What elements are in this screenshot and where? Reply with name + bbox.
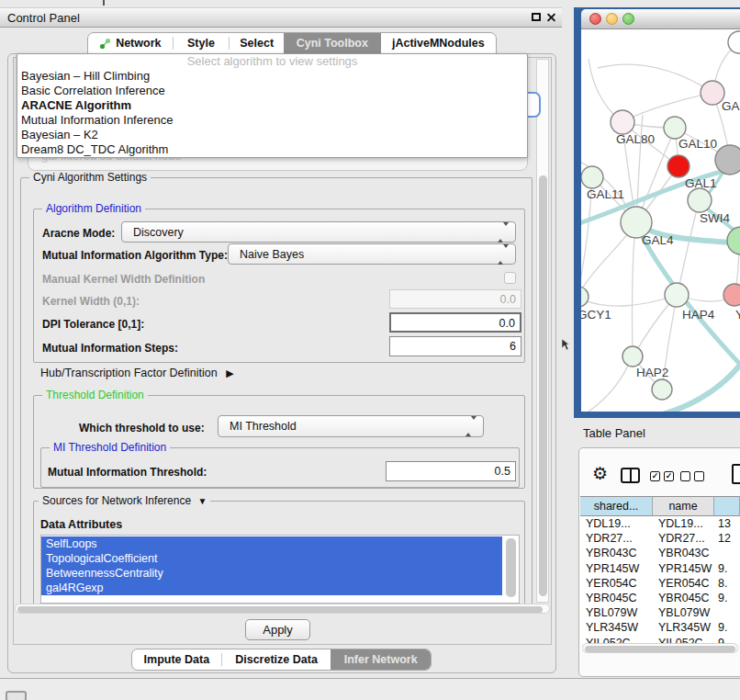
tab-select[interactable]: Select (230, 33, 284, 53)
hub-expander[interactable]: Hub/Transcription Factor Definition ▶ (40, 367, 234, 379)
node-gray[interactable] (715, 145, 740, 175)
network-canvas[interactable]: GAL GAL80 GAL10 GAL1 GAL11 SWI4 GAL4 GCY… (581, 29, 740, 412)
table-header-shared[interactable]: shared... (580, 496, 653, 516)
node-label-hap4: HAP4 (682, 308, 714, 322)
table-header-cell-3[interactable] (714, 496, 740, 516)
deselect-all-icon[interactable] (680, 471, 704, 481)
attributes-list-scrollbar[interactable] (506, 538, 516, 597)
cell-value (714, 546, 740, 560)
tab-discretize-data[interactable]: Discretize Data (222, 649, 331, 670)
document-icon[interactable] (732, 464, 740, 484)
gear-icon[interactable]: ⚙ (592, 465, 608, 482)
which-threshold-combo[interactable]: MI Threshold (218, 415, 484, 437)
hub-expander-label: Hub/Transcription Factor Definition (40, 367, 218, 379)
tab-style[interactable]: Style (174, 33, 230, 53)
attribute-item-selfloops[interactable]: SelfLoops (41, 536, 502, 551)
cell-name: YBR045C (653, 591, 714, 605)
mi-threshold-label: Mutual Information Threshold: (48, 466, 207, 479)
cell-shared: YBL079W (580, 605, 653, 620)
cell-value: 9 (714, 636, 740, 644)
tab-cyni-toolbox[interactable]: Cyni Toolbox (284, 33, 381, 53)
node-unlabeled-top[interactable] (728, 31, 740, 53)
network-view-titlebar[interactable] (581, 9, 740, 29)
settings-horizontal-scrollbar-thumb[interactable] (17, 606, 543, 613)
cell-value: 12 (714, 531, 740, 546)
algorithm-option-mutual-information[interactable]: Mutual Information Inference (17, 113, 527, 128)
settings-vertical-scrollbar[interactable] (536, 59, 549, 603)
settings-horizontal-scrollbar[interactable] (15, 604, 550, 614)
table-row[interactable]: YDL19...YDL19...13 (580, 516, 740, 531)
kernel-width-field[interactable]: 0.0 (389, 289, 521, 309)
data-attributes-label: Data Attributes (40, 518, 122, 531)
table-row[interactable]: YER054CYER054C8. (580, 576, 740, 591)
bottom-partial-button[interactable] (6, 691, 27, 700)
node-unlabeled-bottom[interactable] (652, 379, 672, 400)
table-body[interactable]: YDL19...YDL19...13 YDR27...YDR27...12 YB… (580, 516, 740, 643)
attribute-item-betweennesscentrality[interactable]: BetweennessCentrality (41, 566, 502, 581)
aracne-mode-label: Aracne Mode: (42, 227, 115, 240)
table-row[interactable]: YIL052CYIL052C9 (580, 636, 740, 644)
sources-legend[interactable]: Sources for Network Inference ▼ (39, 494, 210, 508)
node-salmon[interactable] (723, 284, 740, 306)
tab-infer-network[interactable]: Infer Network (331, 649, 431, 670)
table-header-name[interactable]: name (653, 496, 714, 516)
table-row[interactable]: YBR043CYBR043C (580, 546, 740, 560)
table-row[interactable]: YBR045CYBR045C9. (580, 591, 740, 605)
node-gal10[interactable] (664, 117, 686, 139)
mi-threshold-field[interactable]: 0.5 (386, 461, 516, 481)
node-label-gal4: GAL4 (642, 233, 674, 247)
table-row[interactable]: YLR345WYLR345W9. (580, 620, 740, 635)
manual-kernel-checkbox[interactable] (504, 272, 516, 284)
table-horizontal-scrollbar[interactable] (582, 643, 738, 653)
cell-value: 9. (714, 591, 740, 605)
combo-arrows-icon (465, 420, 477, 433)
attribute-item-gal4rgexp[interactable]: gal4RGexp (41, 581, 502, 595)
table-header-row: shared... name (580, 496, 740, 516)
node-label-gal80: GAL80 (616, 132, 655, 146)
apply-button[interactable]: Apply (245, 619, 310, 640)
sources-collapse-icon: ▼ (197, 496, 207, 506)
node-label-gcy1: GCY1 (581, 308, 611, 322)
node-hap4[interactable] (665, 283, 689, 307)
node-gal11[interactable] (581, 166, 603, 188)
algorithm-option-bayesian-hill-climbing[interactable]: Bayesian – Hill Climbing (17, 69, 527, 84)
traffic-light-minimize-icon[interactable] (606, 13, 618, 25)
bottom-strip (0, 679, 740, 700)
cell-name: YER054C (653, 576, 714, 591)
algorithm-option-dream8[interactable]: Dream8 DC_TDC Algorithm (17, 142, 527, 157)
node-label-gal11: GAL11 (587, 187, 624, 201)
traffic-light-close-icon[interactable] (589, 13, 601, 25)
algorithm-option-bayesian-k2[interactable]: Bayesian – K2 (17, 128, 527, 142)
node-gal1[interactable] (667, 155, 690, 177)
table-horizontal-scrollbar-thumb[interactable] (585, 646, 735, 652)
top-edge-mark (103, 0, 105, 6)
sources-legend-label: Sources for Network Inference (42, 494, 191, 507)
table-row[interactable]: YBL079WYBL079W (580, 605, 740, 620)
node-gal80[interactable] (611, 110, 634, 134)
aracne-mode-combo[interactable]: Discovery (121, 221, 516, 243)
node-label-swi4: SWI4 (700, 211, 730, 225)
control-panel-titlebar[interactable]: Control Panel (0, 7, 562, 28)
tab-impute-data[interactable]: Impute Data (132, 649, 221, 670)
mi-algorithm-type-combo[interactable]: Naive Bayes (228, 243, 516, 265)
dpi-tolerance-field[interactable]: 0.0 (389, 312, 521, 333)
node-swi4[interactable] (688, 188, 712, 212)
table-row[interactable]: YDR27...YDR27...12 (580, 531, 740, 546)
node-hap2[interactable] (622, 346, 643, 367)
select-all-icon[interactable]: ✓✓ (650, 471, 674, 481)
attribute-item-topologicalcoefficient[interactable]: TopologicalCoefficient (41, 551, 502, 566)
algorithm-option-basic-correlation[interactable]: Basic Correlation Inference (17, 84, 527, 98)
tab-jactivemnodules[interactable]: jActiveMNodules (381, 33, 496, 53)
traffic-light-zoom-icon[interactable] (622, 13, 634, 25)
table-row[interactable]: YPR145WYPR145W9. (580, 561, 740, 576)
algorithm-option-aracne[interactable]: ARACNE Algorithm (17, 98, 527, 113)
split-view-icon[interactable] (621, 468, 640, 483)
settings-vertical-scrollbar-thumb[interactable] (539, 175, 547, 596)
tab-network[interactable]: Network (88, 33, 173, 53)
node-green-right[interactable] (727, 227, 740, 254)
float-icon[interactable] (532, 13, 541, 21)
tab-cyni-toolbox-label: Cyni Toolbox (297, 37, 368, 50)
close-icon[interactable] (546, 13, 556, 23)
mi-steps-field[interactable]: 6 (389, 336, 521, 356)
node-gcy1[interactable] (581, 287, 589, 307)
